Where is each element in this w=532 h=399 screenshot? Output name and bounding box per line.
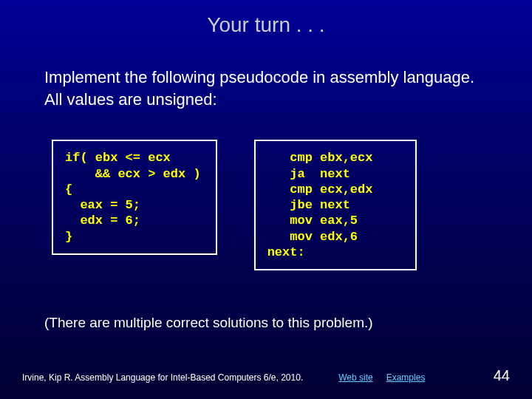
prompt-text: Implement the following pseudocode in as…: [44, 66, 488, 110]
footer-links: Web site Examples: [338, 372, 425, 383]
website-link[interactable]: Web site: [338, 372, 372, 383]
slide: Your turn . . . Implement the following …: [0, 0, 532, 399]
assembly-box: cmp ebx,ecx ja next cmp ecx,edx jbe next…: [254, 140, 417, 270]
page-number: 44: [494, 367, 510, 384]
citation-text: Irvine, Kip R. Assembly Language for Int…: [22, 372, 303, 383]
footer: Irvine, Kip R. Assembly Language for Int…: [0, 367, 532, 384]
note-text: (There are multiple correct solutions to…: [44, 315, 488, 331]
examples-link[interactable]: Examples: [386, 372, 426, 383]
pseudocode-box: if( ebx <= ecx && ecx > edx ) { eax = 5;…: [52, 140, 217, 255]
code-boxes: if( ebx <= ecx && ecx > edx ) { eax = 5;…: [52, 140, 480, 270]
slide-title: Your turn . . .: [0, 0, 532, 37]
